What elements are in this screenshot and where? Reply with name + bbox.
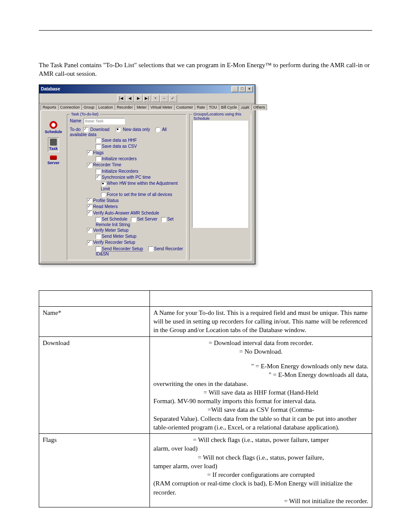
tab-connection[interactable]: Connection	[58, 104, 82, 110]
field-flags-desc: = Will check flags (i.e., status, power …	[150, 434, 372, 507]
tab-tou[interactable]: TOU	[207, 104, 219, 110]
titlebar: Database _ □ ×	[39, 85, 255, 93]
when-hw-radio[interactable]	[101, 181, 106, 187]
init-recorders2-label: Initialize Recorders	[102, 169, 138, 174]
field-name-desc: A Name for your To-do list. This is a re…	[150, 306, 372, 336]
field-name-cell: Name*	[39, 306, 150, 336]
tab-group[interactable]: Group	[81, 104, 97, 110]
last-button[interactable]: ▶|	[143, 95, 151, 102]
download-line3: " = E-Mon Energy downloads only new data…	[153, 362, 368, 370]
save-csv-checkbox[interactable]	[96, 144, 101, 149]
send-recorder-setup-label: Send Recorder Setup	[102, 246, 143, 252]
window-title: Database	[41, 87, 60, 91]
task-groupbox-legend: Task (To-do-list)	[70, 112, 100, 116]
field-download-cell: Download	[39, 336, 150, 434]
new-data-only-label: New data only	[123, 127, 150, 132]
sidebar-label: Server	[47, 161, 59, 165]
add-button[interactable]: +	[152, 95, 160, 102]
delete-button[interactable]: −	[160, 95, 168, 102]
maximize-button[interactable]: □	[239, 86, 246, 92]
verify-amr-checkbox[interactable]	[87, 211, 92, 216]
verify-meter-setup-checkbox[interactable]	[87, 228, 92, 233]
send-recorder-setup-checkbox[interactable]	[96, 246, 101, 252]
minimize-button[interactable]: _	[231, 86, 238, 92]
set-server-label: Set Server	[137, 217, 157, 221]
tab-virtual-meter[interactable]: Virtual Meter	[148, 104, 174, 110]
tab-others[interactable]: Others	[251, 104, 267, 110]
table-row: Name* A Name for your To-do list. This i…	[39, 306, 372, 336]
tab-reports[interactable]: Reports	[40, 104, 59, 110]
table-header-blank1	[39, 290, 150, 306]
sidebar-item-server[interactable]: Server	[47, 156, 59, 165]
init-recorders-label: Initialize recorders	[102, 156, 137, 161]
name-input[interactable]: Basic Task	[84, 118, 125, 124]
send-meter-setup-checkbox[interactable]	[96, 234, 101, 239]
flags-line1: = Will check flags (i.e., status, power …	[153, 436, 368, 453]
close-button[interactable]: ×	[246, 86, 253, 92]
ok-button[interactable]: ✓	[169, 95, 177, 102]
profile-status-checkbox[interactable]	[87, 198, 92, 203]
right-groupbox-legend: Groups/Locations using this Schedule	[192, 112, 251, 121]
send-recorder-idsn-checkbox[interactable]	[148, 246, 153, 252]
schedule-list[interactable]	[192, 117, 248, 228]
verify-recorder-setup-checkbox[interactable]	[87, 240, 92, 246]
new-data-only-radio[interactable]	[115, 127, 121, 132]
download-line4: " = E-Mon Energy downloads all data,over…	[153, 370, 368, 388]
verify-meter-setup-label: Verify Meter Setup	[93, 228, 128, 233]
record-nav-toolbar: |◀ ◀ ▶ ▶| + − ✓	[39, 93, 255, 103]
save-hhf-checkbox[interactable]	[96, 138, 101, 143]
download-line5: = Will save data as HHF format (Hand-Hel…	[153, 388, 368, 406]
download-line2: = No Download.	[153, 347, 368, 356]
read-meters-checkbox[interactable]	[87, 205, 92, 210]
save-csv-label: Save data as CSV	[102, 144, 137, 149]
sidebar-label: Schedule	[45, 130, 62, 134]
first-button[interactable]: |◀	[117, 95, 125, 102]
server-icon	[50, 156, 57, 160]
all-available-radio[interactable]	[155, 127, 160, 132]
flags-label: Flags	[93, 150, 103, 155]
flags-line2: = Will not check flags (i.e., status, po…	[153, 453, 368, 471]
set-schedule-checkbox[interactable]	[96, 217, 101, 222]
next-button[interactable]: ▶	[134, 95, 143, 102]
tab-bill-cycle[interactable]: Bill Cycle	[219, 104, 239, 110]
sidebar-label: Task	[49, 146, 58, 151]
profile-status-label: Profile Status	[93, 198, 118, 203]
sync-pc-time-checkbox[interactable]	[96, 175, 101, 180]
download-checkbox[interactable]	[83, 127, 88, 132]
set-server-checkbox[interactable]	[131, 217, 136, 222]
todo-label: To-do	[70, 127, 81, 132]
flags-line3: = If recorder configurations are corrupt…	[153, 470, 368, 497]
gear-icon	[50, 139, 57, 146]
set-schedule-label: Set Schedule	[102, 217, 128, 221]
database-window: Database _ □ × |◀ ◀ ▶ ▶| + − ✓ Reports C…	[39, 84, 255, 264]
prev-button[interactable]: ◀	[126, 95, 134, 102]
intro-paragraph: The Task Panel contains "To-Do List" sel…	[39, 61, 372, 78]
name-label: Name	[70, 118, 81, 123]
sidebar-item-schedule[interactable]: Schedule	[45, 121, 62, 134]
flags-line4: = Will not initialize the recorder.	[153, 497, 368, 505]
verify-amr-label: Verify Auto-Answer AMR Schedule	[93, 211, 159, 215]
tab-customer[interactable]: Customer	[174, 104, 195, 110]
field-download-desc: = Download interval data from recorder. …	[150, 336, 372, 434]
tab-recorder[interactable]: Recorder	[115, 104, 135, 110]
tab-rate[interactable]: Rate	[195, 104, 207, 110]
tab-location[interactable]: Location	[96, 104, 115, 110]
recorder-time-checkbox[interactable]	[87, 163, 92, 168]
read-meters-label: Read Meters	[93, 204, 118, 209]
verify-recorder-setup-label: Verify Recorder Setup	[93, 240, 135, 245]
amr-sidebar: Schedule Task Server	[43, 112, 64, 260]
init-recorders2-checkbox[interactable]	[96, 169, 101, 174]
tabs-bar: Reports Connection Group Location Record…	[39, 103, 255, 110]
table-row: Flags = Will check flags (i.e., status, …	[39, 434, 372, 507]
save-hhf-label: Save data as HHF	[102, 138, 137, 143]
table-row: Download = Download interval data from r…	[39, 336, 372, 434]
send-meter-setup-label: Send Meter Setup	[102, 234, 137, 239]
set-remote-init-checkbox[interactable]	[161, 217, 166, 222]
download-line6: =Will save data as CSV format (Comma-Sep…	[153, 405, 368, 432]
tab-amr[interactable]: AMR	[239, 105, 252, 111]
flags-checkbox[interactable]	[87, 150, 92, 156]
init-recorders-checkbox[interactable]	[96, 156, 101, 162]
force-set-radio[interactable]	[101, 192, 106, 197]
tab-meter[interactable]: Meter	[134, 104, 149, 110]
sidebar-item-task[interactable]: Task	[48, 137, 59, 152]
